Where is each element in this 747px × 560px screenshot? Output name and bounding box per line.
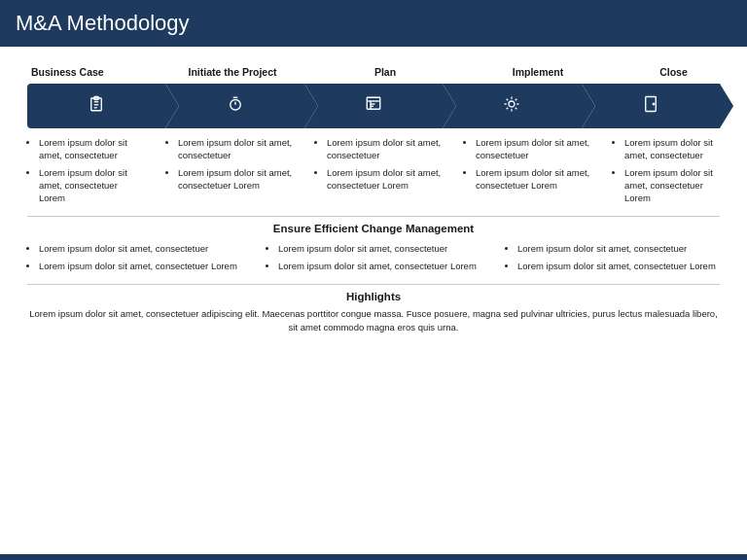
bullet-2-1: Lorem ipsum dolor sit amet, consectetuer… [327, 166, 442, 192]
s2-bullet-2-0: Lorem ipsum dolor sit amet, consectetuer [517, 242, 720, 255]
bullet-2-0: Lorem ipsum dolor sit amet, consectetuer [327, 136, 442, 162]
bullet-4-0: Lorem ipsum dolor sit amet, consectetuer [624, 136, 720, 162]
phase-label-1: Initiate the Project [169, 66, 296, 78]
chevron-row [27, 84, 720, 128]
bullet-col-3: Lorem ipsum dolor sit amet, consectetuer… [464, 136, 590, 208]
clipboard-icon [88, 95, 105, 117]
svg-line-19 [516, 108, 517, 110]
bullet-col-2: Lorem ipsum dolor sit amet, consectetuer… [315, 136, 442, 208]
chevron-4 [582, 84, 720, 128]
s2-bullet-1-0: Lorem ipsum dolor sit amet, consectetuer [278, 242, 480, 255]
section2-col-2: Lorem ipsum dolor sit amet, consectetuer… [506, 242, 720, 276]
timer-icon [227, 95, 244, 117]
chevron-1 [165, 84, 303, 128]
s2-bullet-1-1: Lorem ipsum dolor sit amet, consectetuer… [278, 260, 480, 272]
section2-col-1: Lorem ipsum dolor sit amet, consectetuer… [267, 242, 480, 276]
highlights-text: Lorem ipsum dolor sit amet, consectetuer… [27, 307, 720, 334]
svg-point-13 [509, 101, 515, 107]
divider-1 [27, 216, 720, 217]
process-section: Business Case Initiate the Project Plan … [27, 66, 720, 208]
bullet-1-0: Lorem ipsum dolor sit amet, consectetuer [178, 136, 293, 162]
bottom-bar [0, 554, 747, 560]
bullet-1-1: Lorem ipsum dolor sit amet, consectetuer… [178, 166, 293, 192]
s2-bullet-0-0: Lorem ipsum dolor sit amet, consectetuer [39, 242, 241, 255]
slide-title: M&A Methodology [16, 11, 190, 36]
divider-2 [27, 284, 720, 285]
section2-col-0: Lorem ipsum dolor sit amet, consectetuer… [27, 242, 241, 276]
bullet-3-0: Lorem ipsum dolor sit amet, consectetuer [476, 136, 590, 162]
svg-rect-8 [367, 97, 380, 109]
chart-icon [365, 95, 382, 117]
bullet-4-1: Lorem ipsum dolor sit amet, consectetuer… [624, 166, 720, 205]
section2-columns: Lorem ipsum dolor sit amet, consectetuer… [27, 242, 720, 276]
chevron-2 [304, 84, 443, 128]
slide: M&A Methodology Business Case Initiate t… [0, 0, 747, 560]
bullet-3-1: Lorem ipsum dolor sit amet, consectetuer… [476, 166, 590, 192]
svg-line-18 [507, 99, 509, 101]
phase-labels-row: Business Case Initiate the Project Plan … [27, 66, 720, 78]
highlights-title: Highlights [27, 291, 720, 302]
svg-point-23 [653, 103, 655, 105]
phase-label-0: Business Case [31, 66, 143, 78]
bullet-col-0: Lorem ipsum dolor sit amet, consectetuer… [27, 136, 144, 208]
title-bar: M&A Methodology [0, 0, 747, 47]
svg-line-20 [516, 99, 517, 101]
door-icon [642, 95, 659, 117]
sun-icon [503, 95, 520, 117]
bullet-columns-row: Lorem ipsum dolor sit amet, consectetuer… [27, 136, 720, 208]
phase-label-4: Close [627, 66, 720, 78]
highlights-section: Highlights Lorem ipsum dolor sit amet, c… [27, 291, 720, 334]
phase-label-2: Plan [322, 66, 448, 78]
chevron-3 [443, 84, 581, 128]
chevron-0 [27, 84, 165, 128]
s2-bullet-2-1: Lorem ipsum dolor sit amet, consectetuer… [517, 260, 720, 272]
phase-label-3: Implement [475, 66, 601, 78]
bullet-0-0: Lorem ipsum dolor sit amet, consectetuer [39, 136, 144, 162]
bullet-col-4: Lorem ipsum dolor sit amet, consectetuer… [613, 136, 720, 208]
section2-title: Ensure Efficient Change Management [27, 223, 720, 234]
svg-line-21 [507, 108, 509, 110]
bullet-0-1: Lorem ipsum dolor sit amet, consectetuer… [39, 166, 144, 205]
change-management-section: Ensure Efficient Change Management Lorem… [27, 223, 720, 276]
s2-bullet-0-1: Lorem ipsum dolor sit amet, consectetuer… [39, 260, 241, 272]
bullet-col-1: Lorem ipsum dolor sit amet, consectetuer… [166, 136, 293, 208]
